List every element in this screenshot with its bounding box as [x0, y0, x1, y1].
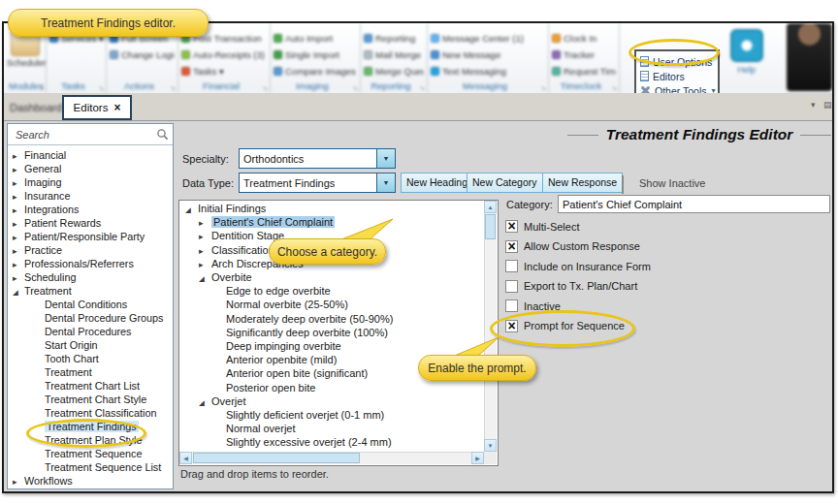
tree-expander-icon[interactable]	[13, 244, 24, 256]
sidebar-item[interactable]: Treatment Sequence List	[8, 460, 171, 474]
sidebar-item[interactable]: Treatment Chart Style	[8, 393, 171, 406]
sidebar-item[interactable]: Scheduling	[8, 270, 171, 284]
sidebar-item[interactable]: Dental Conditions	[8, 298, 171, 311]
search-input[interactable]	[14, 128, 156, 142]
sidebar-item[interactable]: Workflows	[8, 474, 171, 488]
ribbon-button[interactable]: Auto Import	[274, 32, 357, 44]
new-heading-button[interactable]: New Heading	[401, 173, 473, 193]
tree-expander-icon[interactable]	[13, 258, 24, 269]
tree-expander-icon[interactable]	[13, 149, 24, 161]
dropdown-arrow-icon[interactable]	[376, 173, 395, 192]
sidebar-item[interactable]: Dental Procedure Groups	[8, 311, 171, 325]
scroll-down-icon[interactable]: ▼	[484, 439, 497, 452]
ribbon-button[interactable]: Single Import	[274, 48, 357, 60]
sidebar-item[interactable]: Treatment Sequence	[8, 447, 171, 460]
tab-editors[interactable]: Editors ×	[62, 95, 132, 120]
tree-expander-icon[interactable]	[199, 395, 211, 407]
tree-item[interactable]: Moderately deep overbite (50-90%)	[179, 312, 484, 326]
specialty-dropdown[interactable]: Orthodontics	[239, 148, 396, 169]
tree-expander-icon[interactable]	[13, 231, 24, 242]
tree-item[interactable]: Edge to edge overbite	[179, 284, 484, 298]
sidebar-item[interactable]: Patient/Responsible Party	[8, 230, 171, 243]
sidebar-item[interactable]: General	[8, 162, 171, 175]
new-response-button[interactable]: New Response	[542, 173, 623, 193]
ribbon-button[interactable]: Tracker	[552, 48, 616, 60]
close-icon[interactable]: ×	[113, 103, 120, 112]
sidebar-item[interactable]: Integrations	[8, 203, 171, 216]
tree-expander-icon[interactable]	[13, 190, 24, 202]
tree-expander-icon[interactable]	[199, 258, 211, 269]
checkbox-row[interactable]: Allow Custom Response	[505, 240, 651, 253]
checkbox[interactable]	[505, 220, 518, 233]
ribbon-button[interactable]: Clock In	[552, 32, 616, 44]
sidebar-item[interactable]: Dental Procedures	[8, 325, 171, 338]
ribbon-button[interactable]: Compare Images	[274, 65, 357, 77]
sidebar-item[interactable]: Tooth Chart	[8, 352, 171, 365]
vertical-scroll-thumb[interactable]	[485, 214, 496, 239]
sidebar-item[interactable]: Imaging	[8, 175, 171, 189]
tree-expander-icon[interactable]	[13, 217, 24, 229]
tree-item[interactable]: Initial Findings	[179, 202, 484, 215]
sidebar-item[interactable]: Financial	[8, 148, 171, 162]
sidebar-item[interactable]: Treatment	[8, 284, 171, 298]
tree-item[interactable]: Slightly deficient overjet (0-1 mm)	[179, 408, 484, 422]
ribbon-button[interactable]: Tasks ▾	[181, 65, 267, 77]
checkbox-row[interactable]: Include on Insurance Form	[505, 260, 651, 272]
tree-item[interactable]: Significantly deep overbite (100%)	[179, 326, 484, 339]
sidebar-item[interactable]: Practice	[8, 243, 171, 257]
tree-expander-icon[interactable]	[199, 271, 211, 283]
tree-expander-icon[interactable]	[199, 230, 211, 241]
scheduler-button-label[interactable]: Scheduler	[7, 58, 43, 68]
ribbon-button[interactable]: Request Time Off	[552, 65, 616, 77]
ribbon-button[interactable]: Change Login	[110, 48, 175, 60]
tree-expander-icon[interactable]	[13, 475, 24, 487]
checkbox[interactable]	[505, 299, 518, 312]
checkbox-row[interactable]: Export to Tx. Plan/Chart	[505, 280, 651, 293]
chevron-down-icon[interactable]: ▾	[811, 100, 816, 110]
checkbox[interactable]	[505, 280, 518, 293]
show-inactive-checkbox[interactable]	[622, 175, 624, 194]
tree-expander-icon[interactable]	[13, 163, 24, 174]
tree-item[interactable]: Normal overbite (25-50%)	[179, 298, 484, 311]
data-type-dropdown[interactable]: Treatment Findings	[239, 173, 396, 193]
ribbon-button[interactable]: Auto-Receipts (3)	[181, 48, 267, 60]
scroll-left-icon[interactable]: ◀	[179, 452, 192, 464]
category-input[interactable]	[558, 195, 830, 213]
scroll-right-icon[interactable]: ▶	[471, 452, 484, 464]
ribbon-button[interactable]: New Message	[431, 48, 545, 60]
sidebar-item[interactable]: Patient Rewards	[8, 216, 171, 230]
new-category-button[interactable]: New Category	[467, 173, 543, 193]
ribbon-button[interactable]: Text Messaging	[431, 65, 545, 77]
sidebar-item[interactable]: Treatment Classification	[8, 406, 171, 420]
sidebar-item[interactable]: Start Origin	[8, 338, 171, 352]
tree-expander-icon[interactable]	[13, 176, 24, 188]
search-icon[interactable]	[156, 128, 169, 141]
other-tools-button[interactable]: Other Tools	[640, 83, 714, 93]
tree-item[interactable]: Overbite	[179, 270, 484, 284]
tree-expander-icon[interactable]	[199, 244, 211, 256]
ribbon-button[interactable]: Message Center (1)	[431, 32, 545, 44]
tree-item[interactable]: Slightly excessive overjet (2-4 mm)	[179, 435, 484, 449]
checkbox[interactable]	[505, 260, 518, 272]
tree-expander-icon[interactable]	[13, 271, 24, 283]
editors-button[interactable]: Editors	[640, 69, 714, 83]
tree-expander-icon[interactable]	[13, 285, 24, 297]
checkbox-row[interactable]: Multi-Select	[505, 220, 651, 233]
pin-icon[interactable]: ▤	[823, 100, 832, 110]
sidebar-item[interactable]: Treatment	[8, 365, 171, 379]
search-box[interactable]	[8, 124, 173, 145]
help-icon[interactable]	[730, 29, 763, 62]
sidebar-item[interactable]: Treatment Chart List	[8, 379, 171, 393]
ribbon-button[interactable]: Merge Queue	[364, 65, 424, 77]
dropdown-arrow-icon[interactable]	[376, 149, 395, 168]
scroll-up-icon[interactable]: ▲	[484, 201, 497, 213]
checkbox[interactable]	[505, 240, 518, 253]
tree-expander-icon[interactable]	[185, 203, 198, 214]
tree-item[interactable]: Normal overjet	[179, 422, 484, 435]
tree-item[interactable]: Deep impinging overbite	[179, 339, 484, 353]
sidebar-item[interactable]: Insurance	[8, 189, 171, 203]
tree-item[interactable]: Posterior open bite	[179, 380, 484, 394]
sidebar-item[interactable]: Professionals/Referrers	[8, 257, 171, 270]
tree-item[interactable]: Overjet	[179, 394, 484, 408]
tree-expander-icon[interactable]	[13, 204, 24, 215]
